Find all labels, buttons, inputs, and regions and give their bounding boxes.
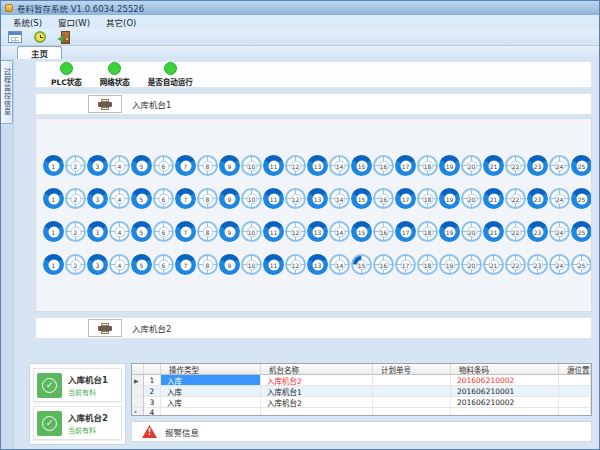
machine-cards: ✓ 入库机台1 当前有料 ✓ 入库机台2 当前有料 [29,363,126,445]
plc-status-indicator [60,62,73,75]
table-cell[interactable]: 入库 [161,397,261,408]
app-icon [5,4,13,12]
table-cell[interactable]: ▶ [132,375,144,386]
table-cell[interactable]: 入库 [161,386,261,397]
app-window: 卷料暂存系统 V1.0.6034.25526 系统(S) 窗口(W) 其它(O)… [0,0,600,450]
table-cell[interactable] [373,408,451,416]
reel-slot-empty: 16 [373,221,394,242]
reel-slot-empty: 24 [549,254,570,275]
reel-slot-empty: 16 [373,188,394,209]
reel-slot-empty: 20 [461,254,482,275]
reel-slot-full: 5 [131,155,152,176]
reel-slot-full: 11 [263,188,284,209]
table-row[interactable]: *4 [132,408,591,416]
print-button-machine2[interactable] [88,319,122,337]
table-cell[interactable]: 201606210002 [451,397,559,408]
machine-card-1-title: 入库机台1 [68,373,108,385]
table-cell[interactable] [132,386,144,397]
col-header-op-type[interactable]: 操作类型 [161,364,261,375]
table-cell[interactable]: 3 [144,397,161,408]
tab-home-label: 主页 [31,47,48,59]
table-cell[interactable]: 201606210001 [451,386,559,397]
table-cell[interactable] [373,397,451,408]
status-item-network: 网络状态 [91,62,139,87]
row-number-header [144,364,161,375]
reel-slot-full: 23 [527,188,548,209]
menu-item-system[interactable]: 系统(S) [5,16,50,28]
menu-item-other[interactable]: 其它(O) [98,16,144,28]
printer-icon [98,99,112,110]
reel-slot-full: 21 [483,221,504,242]
slot-row: 1234567891011121314151617181920212223242… [43,155,585,176]
table-cell[interactable]: 201606210002 [451,375,559,386]
table-row[interactable]: 3入库入库机台2201606210002 [132,397,591,408]
machine-card-1-status: 当前有料 [68,387,108,397]
table-cell[interactable] [261,408,373,416]
table-cell[interactable] [161,408,261,416]
section-header-machine2: 入库机台2 [35,317,592,339]
reel-slot-empty: 2 [65,221,86,242]
reel-slot-empty: 21 [483,254,504,275]
table-cell[interactable]: * [132,408,144,416]
reel-slot-empty: 20 [461,155,482,176]
table-row[interactable]: ▶1入库入库机台2201606210002 [132,375,591,386]
clock-icon[interactable] [31,30,49,45]
table-cell[interactable]: 入库机台2 [261,397,373,408]
calendar-glyph [8,31,22,43]
section-title-machine1: 入库机台1 [132,98,171,110]
toolbar [1,29,599,46]
reel-slot-empty: 24 [549,221,570,242]
table-cell[interactable] [559,375,591,386]
reel-slot-full: 7 [175,155,196,176]
table-cell[interactable] [559,408,591,416]
reel-slot-empty: 16 [373,254,394,275]
printer-icon [98,323,112,334]
table-cell[interactable]: 入库机台2 [261,375,373,386]
side-panel-tab[interactable]: 过程监控信息 [1,60,13,124]
reel-slot-empty: 18 [417,188,438,209]
reel-slot-empty: 2 [65,155,86,176]
check-icon: ✓ [37,373,62,398]
reel-slot-full: 17 [395,188,416,209]
table-row[interactable]: 2入库入库机台1201606210001 [132,386,591,397]
reel-slot-full: 5 [131,254,152,275]
table-cell[interactable] [559,397,591,408]
exit-door-icon[interactable] [56,30,74,45]
machine-card-1: ✓ 入库机台1 当前有料 [33,368,122,402]
print-button-machine1[interactable] [88,95,122,113]
clock-glyph [34,31,46,43]
col-header-source-loc[interactable]: 源位置 [559,364,591,375]
table-cell[interactable] [373,375,451,386]
table-body: ▶1入库入库机台22016062100022入库入库机台120160621000… [132,375,591,416]
reel-slot-empty: 14 [329,155,350,176]
table-cell[interactable] [373,386,451,397]
operations-table[interactable]: 操作类型 机台名称 计划单号 物料条码 源位置 ▶1入库入库机台22016062… [131,363,592,416]
reel-slot-empty: 12 [285,221,306,242]
reel-slot-empty: 10 [241,155,262,176]
row-indicator-header [132,364,144,375]
reel-slot-full: 7 [175,188,196,209]
table-cell[interactable]: 4 [144,408,161,416]
table-cell[interactable]: 入库 [161,375,261,386]
menu-item-window[interactable]: 窗口(W) [50,16,98,28]
table-cell[interactable]: 2 [144,386,161,397]
table-cell[interactable] [132,397,144,408]
table-cell[interactable]: 入库机台1 [261,386,373,397]
reel-slot-full: 1 [43,221,64,242]
calendar-icon[interactable] [6,30,24,45]
reel-slot-full: 1 [43,254,64,275]
table-cell[interactable] [559,386,591,397]
reel-slot-empty: 8 [197,155,218,176]
reel-slot-empty: 24 [549,155,570,176]
warning-icon: ! [142,425,157,438]
col-header-machine-name[interactable]: 机台名称 [261,364,373,375]
reel-slot-full: 3 [87,254,108,275]
table-cell[interactable] [451,408,559,416]
col-header-plan-no[interactable]: 计划单号 [373,364,451,375]
tab-home[interactable]: 主页 [17,46,62,59]
table-cell[interactable]: 1 [144,375,161,386]
status-item-auto: 是否自动运行 [139,62,202,87]
slot-grid: 1234567891011121314151617181920212223242… [35,118,592,312]
content-area: 过程监控信息 PLC状态 网络状态 是否自动运行 [1,59,599,449]
col-header-barcode[interactable]: 物料条码 [451,364,559,375]
